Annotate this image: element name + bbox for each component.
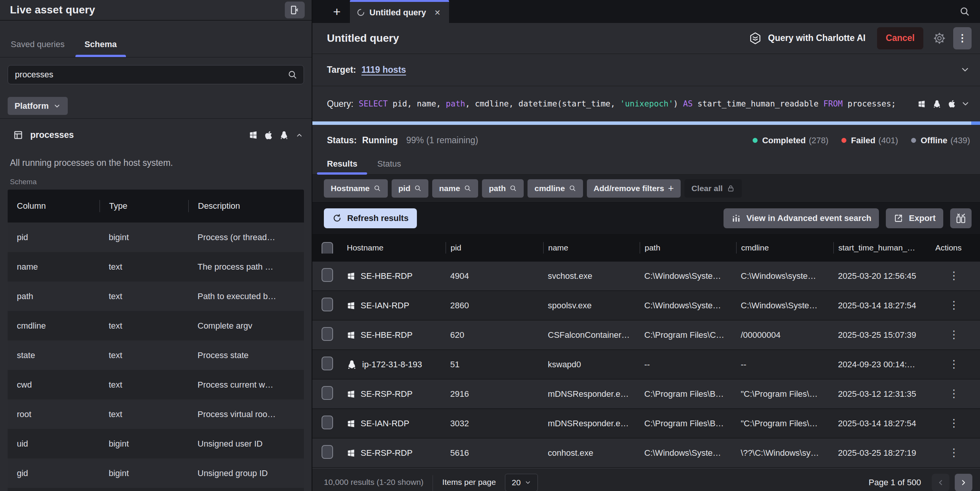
header-checkbox-cell (322, 242, 342, 254)
collapse-sidebar-button[interactable] (285, 2, 305, 18)
schema-row[interactable]: path text Path to executed b… (8, 282, 304, 311)
query-chevron-down-icon[interactable] (961, 99, 970, 108)
cancel-button[interactable]: Cancel (877, 27, 923, 49)
row-actions-kebab[interactable]: ⋮ (949, 300, 959, 311)
filter-chip[interactable]: cmdline (528, 179, 583, 198)
status-label: Status: (327, 135, 357, 146)
row-checkbox-cell (322, 416, 342, 432)
row-checkbox[interactable] (322, 416, 333, 429)
tab-results[interactable]: Results (317, 159, 367, 174)
view-in-advanced-event-search-button[interactable]: View in Advanced event search (724, 208, 879, 228)
filter-chip[interactable]: name (432, 179, 478, 198)
schema-cell-column: path (8, 291, 100, 301)
row-checkbox[interactable] (322, 268, 333, 282)
global-search-icon[interactable] (959, 6, 970, 17)
clear-all-filters-button[interactable]: Clear all (684, 179, 742, 198)
table-row[interactable]: SE-HBE-RDP 620 CSFalconContainer… C:\Pro… (312, 321, 980, 350)
table-description: All running processes on the host system… (0, 151, 312, 174)
col-name[interactable]: name (543, 242, 640, 254)
chevron-left-icon (936, 478, 945, 487)
row-actions-kebab[interactable]: ⋮ (949, 270, 959, 282)
page-size-select[interactable]: 20 (505, 474, 538, 491)
schema-row[interactable]: gid bigint Unsigned group ID (8, 458, 304, 488)
row-actions-kebab[interactable]: ⋮ (949, 359, 959, 370)
row-actions-kebab[interactable]: ⋮ (949, 388, 959, 399)
row-checkbox[interactable] (322, 445, 333, 459)
search-icon (464, 185, 471, 192)
schema-row[interactable]: root text Process virtual roo… (8, 399, 304, 429)
chevron-up-icon[interactable] (296, 131, 303, 139)
schema-cell-type: text (100, 350, 188, 360)
os-icon (347, 360, 357, 370)
schema-cell-type: text (100, 262, 188, 272)
schema-row[interactable]: pid bigint Process (or thread… (8, 223, 304, 252)
sql-query-text[interactable]: SELECT pid, name, path, cmdline, datetim… (359, 99, 910, 108)
schema-row[interactable]: uid bigint Unsigned user ID (8, 429, 304, 458)
schema-cell-type: bigint (100, 232, 188, 242)
target-chevron-down-icon[interactable] (960, 65, 970, 75)
next-page-button[interactable] (955, 474, 972, 491)
cell-start-time: 2025-03-12 12:31:35 (833, 389, 918, 399)
previous-page-button[interactable] (932, 474, 949, 491)
schema-cell-type: text (100, 409, 188, 419)
row-actions-kebab[interactable]: ⋮ (949, 329, 959, 340)
filter-chip[interactable]: pid (392, 179, 429, 198)
row-checkbox[interactable] (322, 327, 333, 341)
row-checkbox[interactable] (322, 386, 333, 400)
table-row[interactable]: SE-IAN-RDP 3032 mDNSResponder.e… C:\Prog… (312, 409, 980, 439)
cell-pid: 620 (446, 330, 543, 340)
export-button[interactable]: Export (886, 208, 943, 228)
table-row[interactable]: ip-172-31-8-193 51 kswapd0 -- -- 2024-09… (312, 350, 980, 380)
row-actions-kebab[interactable]: ⋮ (949, 447, 959, 458)
sql-token: ) (673, 99, 683, 108)
row-checkbox-cell (322, 357, 342, 373)
row-actions-kebab[interactable]: ⋮ (949, 418, 959, 429)
more-options-button[interactable]: ⋮ (953, 27, 972, 49)
cell-hostname: SE-IAN-RDP (342, 301, 446, 311)
pagination-divider (433, 475, 433, 491)
legend-count: (439) (951, 136, 970, 146)
col-pid[interactable]: pid (446, 242, 543, 254)
sql-token: SELECT (359, 99, 388, 108)
schema-search-box[interactable] (8, 65, 304, 84)
schema-search-input[interactable] (14, 69, 287, 80)
processes-table-header[interactable]: processes (0, 119, 312, 151)
running-spinner-icon (357, 8, 365, 16)
table-row[interactable]: SE-IAN-RDP 2860 spoolsv.exe C:\Windows\S… (312, 291, 980, 321)
settings-button[interactable] (929, 28, 949, 48)
toggle-columns-button[interactable] (950, 208, 972, 228)
tab-saved-queries[interactable]: Saved queries (1, 39, 75, 57)
tab-schema[interactable]: Schema (75, 39, 127, 57)
row-checkbox[interactable] (322, 357, 333, 370)
col-hostname[interactable]: Hostname (342, 242, 446, 254)
table-row[interactable]: SE-RSP-RDP 2916 mDNSResponder.e… C:\Prog… (312, 380, 980, 409)
schema-row[interactable]: state text Process state (8, 340, 304, 370)
tab-status[interactable]: Status (367, 159, 411, 174)
platform-dropdown-button[interactable]: Platform (8, 97, 68, 115)
new-query-tab-button[interactable]: + (324, 0, 350, 23)
table-row[interactable]: SE-RSP-RDP 5616 conhost.exe C:\Windows\S… (312, 439, 980, 468)
cell-name: svchost.exe (543, 271, 640, 281)
hostname-value: SE-HBE-RDP (361, 271, 413, 281)
table-row[interactable]: SE-HBE-RDP 4904 svchost.exe C:\Windows\S… (312, 262, 980, 291)
target-hosts-link[interactable]: 1119 hosts (361, 65, 406, 75)
col-start-time[interactable]: start_time_human_… (833, 242, 918, 254)
refresh-results-button[interactable]: Refresh results (324, 208, 417, 228)
search-icon (374, 185, 381, 192)
schema-row[interactable]: cmdline text Complete argv (8, 311, 304, 340)
query-with-charlotte-ai-button[interactable]: Query with Charlotte AI (749, 32, 866, 45)
col-cmdline[interactable]: cmdline (736, 242, 833, 254)
tab-untitled-query[interactable]: Untitled query ✕ (350, 0, 449, 23)
select-all-checkbox[interactable] (322, 242, 333, 254)
add-remove-filters-button[interactable]: Add/remove filters + (587, 179, 681, 198)
pagination-bar: 10,000 results (1-20 shown) Items per pa… (312, 468, 980, 491)
filter-chip[interactable]: path (482, 179, 524, 198)
schema-row[interactable]: cwd text Process current w… (8, 370, 304, 399)
col-path[interactable]: path (640, 242, 736, 254)
search-icon (287, 70, 297, 80)
row-checkbox[interactable] (322, 298, 333, 311)
pagination-right-group: Page 1 of 500 (869, 474, 972, 491)
close-tab-icon[interactable]: ✕ (433, 7, 442, 18)
filter-chip[interactable]: Hostname (324, 179, 388, 198)
schema-row[interactable]: name text The process path … (8, 252, 304, 282)
